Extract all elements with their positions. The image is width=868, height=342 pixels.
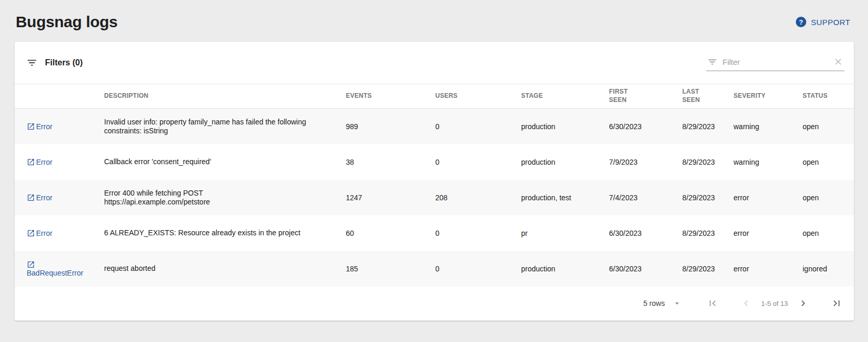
cell-severity: warning: [734, 109, 803, 144]
card-toolbar: Filters (0): [15, 42, 854, 84]
col-header-events: EVENTS: [346, 84, 435, 109]
cell-severity: error: [734, 180, 803, 215]
last-page-icon: [831, 298, 842, 309]
col-header-stage: STAGE: [521, 84, 609, 109]
col-header-last-seen: LAST SEEN: [682, 84, 734, 109]
last-page-button[interactable]: [831, 298, 842, 309]
col-header-description: DESCRIPTION: [104, 84, 346, 109]
page-title: Bugsnag logs: [16, 13, 118, 31]
error-link[interactable]: Error: [27, 158, 52, 166]
cell-stage: production, test: [521, 180, 609, 215]
cell-users: 0: [435, 144, 521, 180]
filter-field: [706, 54, 844, 71]
cell-status: open: [803, 109, 854, 144]
support-label: SUPPORT: [811, 18, 850, 27]
cell-description: request aborted: [104, 251, 346, 287]
filters-toggle[interactable]: Filters (0): [26, 57, 83, 69]
help-icon: ?: [796, 17, 806, 27]
col-header-link: [15, 84, 104, 109]
cell-stage: production: [521, 109, 609, 144]
cell-users: 208: [435, 180, 521, 215]
cell-severity: error: [734, 215, 803, 251]
col-header-severity: SEVERITY: [734, 84, 803, 109]
cell-severity: error: [734, 251, 803, 287]
logs-card: Filters (0) DESCRIPTION EVENTS USERS STA: [15, 42, 854, 321]
table-header-row: DESCRIPTION EVENTS USERS STAGE FIRST SEE…: [15, 84, 854, 109]
filter-icon: [707, 57, 717, 67]
cell-first-seen: 6/30/2023: [609, 251, 682, 287]
cell-events: 38: [346, 144, 435, 180]
cell-description: Callback error 'consent_required': [104, 144, 346, 180]
page-header: Bugsnag logs ? SUPPORT: [0, 0, 868, 31]
error-link[interactable]: Error: [27, 229, 52, 237]
page-range-label: 1-5 of 13: [761, 300, 788, 307]
filter-input[interactable]: [723, 58, 828, 66]
table-row: Error Callback error 'consent_required' …: [15, 144, 854, 180]
cell-users: 0: [435, 251, 521, 287]
cell-users: 0: [435, 215, 521, 251]
open-in-new-icon: [27, 158, 35, 166]
filters-label: Filters (0): [45, 58, 83, 67]
cell-events: 185: [346, 251, 435, 287]
clear-filter-icon[interactable]: [833, 56, 843, 67]
table-row: BadRequestError request aborted 185 0 pr…: [15, 251, 854, 287]
cell-last-seen: 8/29/2023: [682, 109, 734, 144]
cell-last-seen: 8/29/2023: [682, 251, 734, 287]
cell-status: open: [803, 180, 854, 215]
table-row: Error 6 ALREADY_EXISTS: Resource already…: [15, 215, 854, 251]
cell-status: open: [803, 215, 854, 251]
error-link-label: BadRequestError: [27, 269, 83, 277]
cell-first-seen: 6/30/2023: [609, 215, 682, 251]
chevron-down-icon: [672, 299, 682, 308]
rows-per-page-value: 5 rows: [643, 299, 664, 307]
error-link-label: Error: [36, 229, 52, 237]
error-link-label: Error: [36, 193, 52, 202]
open-in-new-icon: [27, 193, 35, 202]
cell-severity: warning: [734, 144, 803, 180]
cell-stage: production: [521, 144, 609, 180]
error-link-label: Error: [36, 158, 52, 166]
cell-last-seen: 8/29/2023: [682, 180, 734, 215]
cell-first-seen: 6/30/2023: [609, 109, 682, 144]
rows-per-page-select[interactable]: 5 rows: [643, 299, 681, 308]
cell-events: 1247: [346, 180, 435, 215]
col-header-users: USERS: [435, 84, 521, 109]
open-in-new-icon: [27, 229, 35, 237]
cell-last-seen: 8/29/2023: [682, 215, 734, 251]
cell-events: 60: [346, 215, 435, 251]
cell-status: open: [803, 144, 854, 180]
error-link-label: Error: [36, 122, 52, 131]
logs-table: DESCRIPTION EVENTS USERS STAGE FIRST SEE…: [15, 84, 854, 287]
open-in-new-icon: [27, 122, 35, 131]
table-row: Error Invalid user info: property family…: [15, 109, 854, 144]
table-row: Error Error 400 while fetching POST http…: [15, 180, 854, 215]
error-link[interactable]: Error: [27, 122, 52, 131]
support-link[interactable]: ? SUPPORT: [796, 17, 850, 27]
cell-users: 0: [435, 109, 521, 144]
chevron-right-icon: [797, 298, 809, 309]
cell-first-seen: 7/4/2023: [609, 180, 682, 215]
cell-description: Invalid user info: property family_name …: [104, 109, 346, 144]
cell-events: 989: [346, 109, 435, 144]
col-header-status: STATUS: [803, 84, 854, 109]
first-page-button[interactable]: [707, 298, 718, 309]
open-in-new-icon: [27, 260, 35, 269]
pagination-bar: 5 rows 1-5 of 13: [15, 287, 854, 321]
filter-list-icon: [26, 57, 38, 69]
error-link[interactable]: Error: [27, 193, 52, 202]
cell-last-seen: 8/29/2023: [682, 144, 734, 180]
cell-stage: production: [521, 251, 609, 287]
col-header-first-seen: FIRST SEEN: [609, 84, 682, 109]
cell-first-seen: 7/9/2023: [609, 144, 682, 180]
first-page-icon: [707, 298, 718, 309]
cell-status: ignored: [803, 251, 854, 287]
error-link[interactable]: BadRequestError: [27, 260, 83, 277]
next-page-button[interactable]: [797, 298, 809, 309]
cell-stage: pr: [521, 215, 609, 251]
cell-description: Error 400 while fetching POST https://ap…: [104, 180, 346, 215]
chevron-left-icon: [740, 298, 752, 309]
previous-page-button[interactable]: [740, 298, 752, 309]
cell-description: 6 ALREADY_EXISTS: Resource already exist…: [104, 215, 346, 251]
